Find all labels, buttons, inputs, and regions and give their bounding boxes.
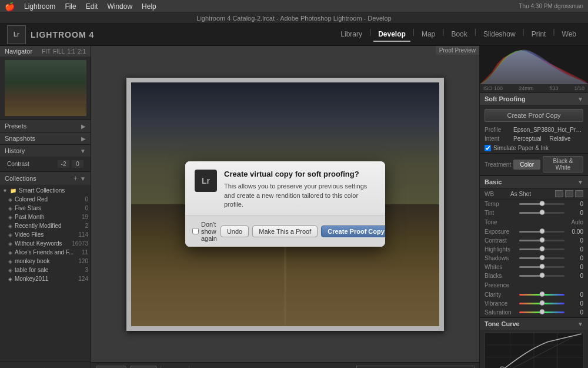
collection-count: 11 [82,249,88,256]
list-item[interactable]: ◈ Past Month 19 [0,213,91,221]
nav-sep4: | [475,28,476,42]
list-item[interactable]: ◈ Video Files 114 [0,230,91,239]
shadows-slider[interactable] [519,257,564,259]
basic-arrow: ▼ [577,179,583,185]
highlights-slider[interactable] [519,248,564,250]
menu-edit[interactable]: Edit [86,2,98,11]
nav-print[interactable]: Print [527,28,551,42]
clarity-value: 0 [567,291,583,298]
history-item[interactable]: Contrast -2 0 [5,159,86,169]
list-item[interactable]: ◈ Without Keywords 16073 [0,239,91,248]
whites-value: 0 [567,264,583,270]
nav-fit[interactable]: FIT [42,48,51,55]
wb-label: WB [485,191,508,197]
whites-label: Whites [485,264,517,270]
apple-menu[interactable]: 🍎 [5,2,15,11]
tint-slider[interactable] [519,212,564,214]
collections-add[interactable]: + [74,174,78,183]
nav-sep5: | [523,28,524,42]
wb-icon1[interactable] [555,190,563,197]
undo-button[interactable]: Undo [220,226,249,237]
exposure-slider[interactable] [519,231,564,233]
create-virtual-copy-dialog: Lr Create virtual copy for soft proofing… [185,161,385,246]
nav-slideshow[interactable]: Slideshow [479,28,520,42]
simulate-paper-ink-checkbox[interactable] [485,145,491,151]
tone-curve-title: Tone Curve [485,320,520,327]
dialog-body: Create virtual copy for soft proofing? T… [224,170,376,209]
perceptual-option: Perceptual [513,135,547,142]
clarity-slider[interactable] [519,294,564,296]
list-item[interactable]: ◈ Colored Red 0 [0,195,91,204]
auto-label[interactable]: Auto [571,219,583,226]
color-treatment-button[interactable]: Color [513,160,540,170]
title-bar: Lightroom 4 Catalog-2.lrcat - Adobe Phot… [0,13,588,24]
navigator-thumbnail [5,60,86,116]
dont-show-again-checkbox[interactable] [192,228,199,234]
wb-icon3[interactable] [575,190,583,197]
collection-icon: ◈ [8,197,12,203]
tone-curve-header[interactable]: Tone Curve ▼ [480,318,588,330]
menu-lightroom[interactable]: Lightroom [24,2,55,11]
nav-sep1: | [369,28,371,42]
collection-icon: ◈ [8,223,12,229]
tone-section-label: Tone [485,219,497,226]
contrast-slider[interactable] [519,240,564,241]
blacks-row: Blacks 0 [480,271,588,280]
create-proof-copy-panel-button[interactable]: Create Proof Copy [485,109,583,122]
left-panel: Navigator FIT FILL 1:1 2:1 Presets ▶ [0,46,91,368]
history-header[interactable]: History ▼ [0,145,91,157]
vibrance-slider[interactable] [519,303,564,304]
navigator-header[interactable]: Navigator FIT FILL 1:1 2:1 [0,46,91,57]
copy-settings-button[interactable]: Copy... [96,366,126,369]
wb-icon2[interactable] [565,190,573,197]
aperture-label: f/33 [549,85,558,91]
nav-sep2: | [413,28,415,42]
basic-header[interactable]: Basic ▼ [480,176,588,188]
photo-container: Lr Create virtual copy for soft proofing… [126,78,444,331]
list-item[interactable]: ◈ Alice's Friends and F... 11 [0,248,91,257]
soft-proofing-header[interactable]: Soft Proofing ▼ [480,93,588,105]
blacks-slider[interactable] [519,275,564,277]
saturation-slider[interactable] [519,311,564,313]
presets-header[interactable]: Presets ▶ [0,120,91,132]
collection-count: 114 [78,231,88,238]
menu-window[interactable]: Window [107,2,132,11]
menu-file[interactable]: File [65,2,76,11]
treatment-label: Treatment [485,161,511,168]
temp-slider[interactable] [519,203,564,205]
nav-1to1[interactable]: 1:1 [67,48,75,55]
whites-slider[interactable] [519,266,564,268]
make-this-proof-button[interactable]: Make This a Proof [252,226,318,237]
list-item[interactable]: ◈ Five Stars 0 [0,204,91,213]
exposure-value: 0.00 [567,228,583,235]
nav-sep6: | [553,28,554,42]
collection-label: Without Keywords [15,240,69,247]
snapshots-header[interactable]: Snapshots ▶ [0,132,91,144]
nav-book[interactable]: Book [446,28,472,42]
paste-settings-button[interactable]: Paste [130,366,157,369]
smart-collections-group[interactable]: ▼ 📁 Smart Collections [0,186,91,195]
nav-map[interactable]: Map [417,28,440,42]
collections-header[interactable]: Collections + ▼ [0,172,91,185]
lr-logo: Lr [7,25,26,44]
list-item[interactable]: ◈ table for sale 3 [0,266,91,274]
nav-fill[interactable]: FILL [53,48,65,55]
blacks-label: Blacks [485,273,517,279]
nav-library[interactable]: Library [336,28,367,42]
list-item[interactable]: ◈ monkey book 120 [0,257,91,266]
softproofing-select[interactable]: Soft Proofing [356,366,475,369]
develop-toolbar: Copy... Paste ▣ ⊡ ▤ ✓ Soft Proofing Soft… [91,362,479,368]
nav-develop[interactable]: Develop [373,28,410,42]
nav-2to1[interactable]: 2:1 [78,48,86,55]
dont-show-again-label: Don't show again [201,221,217,242]
menu-help[interactable]: Help [142,2,156,11]
tone-curve-section: Tone Curve ▼ [480,317,588,368]
bw-treatment-button[interactable]: Black & White [543,156,583,173]
exposure-label: Exposure [485,228,517,235]
create-proof-copy-button[interactable]: Create Proof Copy [321,226,385,237]
shadows-row: Shadows 0 [480,254,588,263]
nav-web[interactable]: Web [557,28,581,42]
list-item[interactable]: ◈ Recently Modified 2 [0,221,91,230]
decorative-element: ❧✦❧ [33,366,58,368]
list-item[interactable]: ◈ Monkey2011 124 [0,274,91,283]
